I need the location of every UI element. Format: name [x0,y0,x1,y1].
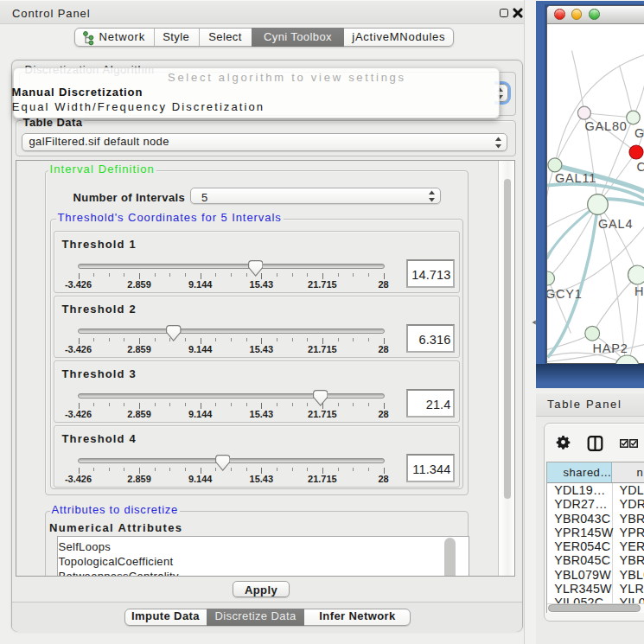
svg-text:GCY1: GCY1 [547,286,583,300]
svg-text:GA: GA [634,125,644,139]
svg-text:GAL4: GAL4 [598,216,633,230]
svg-text:C: C [636,159,644,173]
svg-text:GAL80: GAL80 [584,118,627,132]
svg-text:GAL11: GAL11 [555,171,596,185]
svg-text:H: H [634,284,644,298]
svg-text:HAP2: HAP2 [592,341,628,354]
